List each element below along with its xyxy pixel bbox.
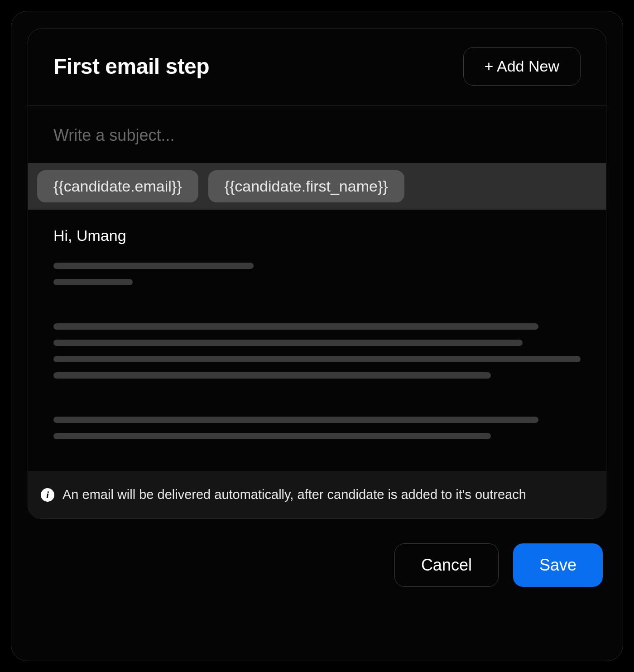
placeholder-paragraph-3 [53, 417, 581, 439]
actions-row: Cancel Save [28, 543, 606, 587]
placeholder-paragraph-1 [53, 263, 581, 285]
dialog-frame: First email step + Add New {{candidate.e… [11, 11, 623, 661]
save-button[interactable]: Save [513, 543, 603, 587]
card-header: First email step + Add New [28, 29, 606, 106]
subject-row [28, 106, 606, 163]
chip-candidate-first-name[interactable]: {{candidate.first_name}} [208, 170, 404, 202]
email-body-area[interactable]: Hi, Umang [28, 210, 606, 471]
subject-input[interactable] [53, 126, 581, 145]
cancel-button[interactable]: Cancel [394, 543, 499, 587]
footer-text: An email will be delivered automatically… [62, 487, 526, 502]
greeting-text: Hi, Umang [53, 227, 581, 245]
footer-note: i An email will be delivered automatical… [28, 471, 606, 518]
email-step-card: First email step + Add New {{candidate.e… [28, 29, 606, 519]
variable-chips-row: {{candidate.email}} {{candidate.first_na… [28, 163, 606, 210]
placeholder-paragraph-2 [53, 323, 581, 379]
chip-candidate-email[interactable]: {{candidate.email}} [37, 170, 198, 202]
info-icon: i [41, 488, 54, 502]
card-title: First email step [53, 54, 209, 79]
add-new-button[interactable]: + Add New [463, 47, 581, 86]
